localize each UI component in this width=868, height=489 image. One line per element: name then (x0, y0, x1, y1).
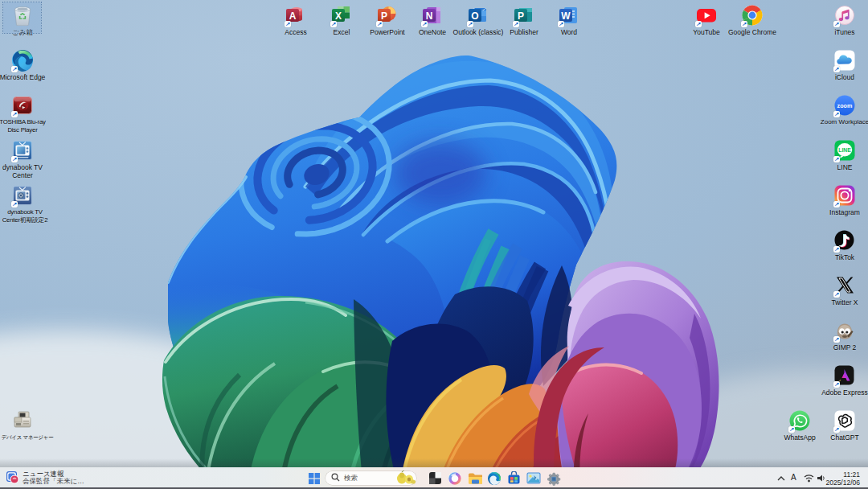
svg-text:LINE: LINE (838, 147, 851, 153)
svg-text:zoom: zoom (837, 102, 853, 109)
svg-text:P: P (518, 10, 524, 22)
svg-text:X: X (335, 10, 342, 22)
svg-text:A: A (289, 10, 297, 22)
svg-text:P: P (381, 10, 387, 22)
svg-text:O: O (471, 10, 478, 22)
svg-text:N: N (426, 10, 433, 22)
svg-text:W: W (561, 10, 571, 22)
